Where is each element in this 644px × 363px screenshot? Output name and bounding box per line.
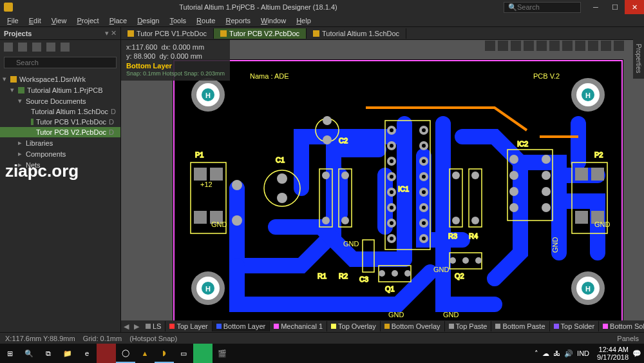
tray-cloud[interactable]: ☁ (542, 349, 549, 358)
tool-layers[interactable] (613, 40, 625, 52)
panel-menu-icon[interactable]: ▾ ✕ (105, 29, 117, 37)
layer-bottom-overlay[interactable]: Bottom Overlay (381, 321, 445, 331)
toolbar-btn-1[interactable] (4, 43, 13, 52)
svg-text:P2: P2 (594, 151, 603, 159)
tool-3d[interactable] (600, 40, 612, 52)
app-icon (4, 3, 13, 12)
menu-route[interactable]: Route (192, 15, 220, 26)
minimize-button[interactable]: ─ (586, 0, 605, 14)
app-1[interactable] (97, 344, 116, 363)
tab-Tutorial Altium 1.SchDoc[interactable]: Tutorial Altium 1.SchDoc (307, 28, 406, 39)
tool-rect[interactable] (510, 40, 522, 52)
panels-button[interactable]: Panels (617, 335, 639, 342)
tray-lang[interactable]: IND (577, 349, 589, 357)
tool-measure[interactable] (536, 40, 547, 52)
svg-text:R1: R1 (317, 272, 327, 280)
tray-volume[interactable]: 🔊 (564, 349, 573, 358)
menu-view[interactable]: View (47, 15, 71, 26)
svg-point-77 (509, 171, 518, 180)
pcb-canvas[interactable]: H H H H P1 P2 C1 (121, 40, 644, 320)
svg-text:R2: R2 (339, 272, 348, 280)
app-2[interactable]: ▲ (135, 344, 155, 363)
menu-design[interactable]: Design (133, 15, 164, 26)
app-5[interactable]: 🎬 (213, 344, 232, 363)
layer-bottom-layer[interactable]: Bottom Layer (213, 321, 270, 331)
global-search[interactable]: 🔍 (504, 2, 581, 13)
tool-move[interactable] (497, 40, 509, 52)
tool-polygon[interactable] (549, 40, 560, 52)
menu-edit[interactable]: Edit (24, 15, 46, 26)
maximize-button[interactable]: ☐ (605, 0, 625, 14)
tab-Tutor PCB V2.PcbDoc[interactable]: Tutor PCB V2.PcbDoc (214, 28, 307, 39)
tool-2d[interactable] (587, 40, 599, 52)
tree-row[interactable]: Tutor PCB V1.PcbDocD (0, 117, 120, 127)
toolbar-btn-2[interactable] (18, 43, 27, 52)
app-3[interactable]: ▭ (174, 344, 193, 363)
tree-row[interactable]: ▸Components (0, 148, 120, 159)
menu-window[interactable]: Window (256, 15, 290, 26)
projects-tree: ▾Workspace1.DsnWrk▾Tutorial Altium 1.Prj… (0, 71, 120, 173)
svg-text:H: H (205, 285, 211, 293)
tree-row[interactable]: Tutor PCB V2.PcbDocD (0, 127, 120, 137)
menu-help[interactable]: Help (292, 15, 316, 26)
svg-point-72 (390, 237, 393, 240)
layer-top-overlay[interactable]: Top Overlay (327, 321, 381, 331)
document-tabs: Tutor PCB V1.PcbDocTutor PCB V2.PcbDocTu… (121, 27, 644, 40)
svg-text:GND: GND (343, 240, 359, 248)
layer-mechanical-1[interactable]: Mechanical 1 (270, 321, 327, 331)
task-view[interactable]: ⧉ (39, 344, 58, 363)
layer-bottom-paste[interactable]: Bottom Paste (491, 321, 549, 331)
tree-row[interactable]: ▸Libraries (0, 137, 120, 148)
tool-grid[interactable] (574, 40, 586, 52)
tray-chevron[interactable]: ˄ (535, 349, 538, 358)
toolbar-btn-5[interactable] (61, 43, 70, 52)
layer-bottom-solder[interactable]: Bottom Solder (599, 321, 644, 331)
chrome-icon[interactable]: ◯ (116, 344, 135, 363)
svg-point-88 (452, 217, 460, 224)
properties-tab[interactable]: Properties (633, 39, 644, 79)
svg-point-56 (390, 175, 393, 179)
tree-row[interactable]: ▾Tutorial Altium 1.PrjPCB (0, 84, 120, 95)
pcb-toolbar (484, 40, 625, 52)
tab-Tutor PCB V1.PcbDoc[interactable]: Tutor PCB V1.PcbDoc (121, 28, 214, 39)
tree-row[interactable]: Tutorial Altium 1.SchDocD (0, 106, 120, 117)
toolbar-btn-4[interactable] (46, 43, 55, 52)
search-icon: 🔍 (508, 3, 517, 12)
menu-tools[interactable]: Tools (165, 15, 191, 26)
notifications-icon[interactable]: 💬 (632, 349, 641, 358)
layer-top-layer[interactable]: Top Layer (166, 321, 212, 331)
app-4[interactable] (193, 344, 213, 363)
tool-select[interactable] (484, 40, 496, 52)
svg-point-99 (323, 116, 332, 125)
menu-file[interactable]: File (3, 15, 23, 26)
tool-line[interactable] (523, 40, 535, 52)
svg-rect-105 (194, 211, 207, 224)
edge-icon[interactable]: e (77, 344, 97, 363)
tool-circle[interactable] (562, 40, 573, 52)
menu-reports[interactable]: Reports (221, 15, 255, 26)
altium-icon[interactable]: ◗ (155, 344, 174, 363)
toolbar-btn-3[interactable] (32, 43, 41, 52)
tree-row[interactable]: ▾Workspace1.DsnWrk (0, 74, 120, 84)
svg-point-54 (422, 159, 426, 163)
layer-ls[interactable]: LS (142, 321, 166, 331)
tray-network[interactable]: 🖧 (553, 349, 560, 357)
svg-point-102 (232, 215, 242, 226)
search-button[interactable]: 🔍 (19, 344, 39, 363)
file-explorer[interactable]: 📁 (58, 344, 77, 363)
projects-search[interactable] (4, 57, 117, 68)
search-input[interactable] (517, 3, 575, 11)
svg-point-101 (232, 180, 242, 190)
menu-place[interactable]: Place (105, 15, 132, 26)
svg-point-52 (390, 159, 393, 163)
layer-top-paste[interactable]: Top Paste (445, 321, 492, 331)
menu-project[interactable]: Project (72, 15, 103, 26)
tree-row[interactable]: ▾Source Documents (0, 95, 120, 106)
svg-text:GND: GND (551, 237, 559, 253)
menu-bar: FileEditViewProjectPlaceDesignToolsRoute… (0, 14, 644, 27)
layer-top-solder[interactable]: Top Solder (550, 321, 600, 331)
clock[interactable]: 12:44 AM 9/17/2018 (593, 346, 629, 361)
start-button[interactable]: ⊞ (0, 344, 19, 363)
close-button[interactable]: ✕ (625, 0, 644, 14)
svg-text:H: H (205, 92, 211, 99)
